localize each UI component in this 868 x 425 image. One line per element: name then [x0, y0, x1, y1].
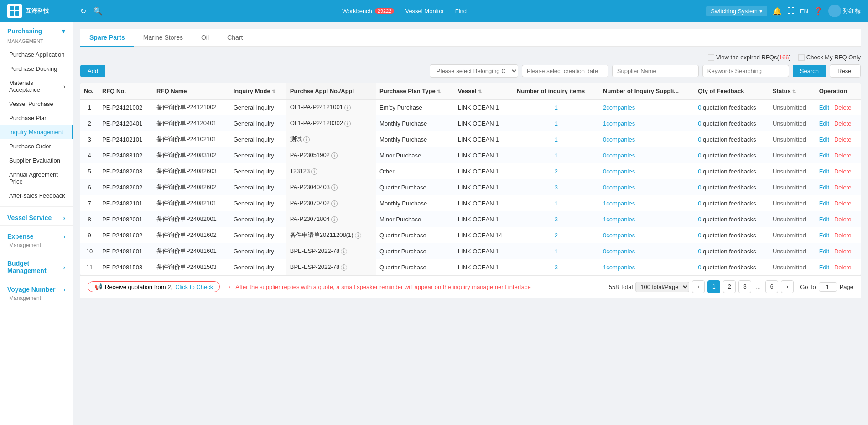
- edit-link[interactable]: Edit: [819, 136, 829, 143]
- info-icon[interactable]: ℹ: [311, 168, 317, 175]
- inquiry-suppli-link[interactable]: 0companies: [603, 232, 635, 239]
- fullscreen-icon[interactable]: ⛶: [787, 7, 795, 15]
- sidebar-expense-header[interactable]: Expense ›: [0, 227, 73, 242]
- inquiry-items-link[interactable]: 3: [555, 264, 558, 271]
- sidebar-voyage-header[interactable]: Voyage Number ›: [0, 280, 73, 295]
- belonging-select[interactable]: Please select Belonging C: [430, 64, 518, 78]
- lang-selector[interactable]: EN: [800, 8, 808, 15]
- edit-link[interactable]: Edit: [819, 200, 829, 207]
- info-icon[interactable]: ℹ: [344, 121, 351, 127]
- add-button[interactable]: Add: [80, 65, 105, 77]
- delete-link[interactable]: Delete: [834, 168, 852, 175]
- edit-link[interactable]: Edit: [819, 184, 829, 191]
- page-2-button[interactable]: 2: [723, 280, 736, 293]
- info-icon[interactable]: ℹ: [331, 216, 338, 223]
- tab-oil[interactable]: Oil: [192, 29, 218, 47]
- search-button[interactable]: Search: [793, 65, 826, 77]
- sidebar-item-after-sales-feedback[interactable]: After-sales Feedback: [0, 189, 73, 203]
- sidebar-item-purchase-docking[interactable]: Purchase Docking: [0, 62, 73, 76]
- sidebar-item-purchase-application[interactable]: Purchase Application: [0, 47, 73, 62]
- col-vessel[interactable]: Vessel ⇅: [454, 83, 513, 100]
- inquiry-items-link[interactable]: 1: [555, 152, 558, 159]
- sidebar-item-inquiry-management[interactable]: Inquiry Management: [0, 125, 73, 139]
- sidebar-budget-header[interactable]: Budget Management ›: [0, 254, 73, 276]
- delete-link[interactable]: Delete: [834, 104, 852, 111]
- delete-link[interactable]: Delete: [834, 120, 852, 127]
- view-expired-rfqs-checkbox-label[interactable]: View the expired RFQs(166): [708, 54, 791, 61]
- search-icon[interactable]: 🔍: [94, 7, 103, 16]
- info-icon[interactable]: ℹ: [331, 184, 338, 191]
- delete-link[interactable]: Delete: [834, 232, 852, 239]
- info-icon[interactable]: ℹ: [341, 264, 347, 271]
- creation-date-input[interactable]: [522, 65, 608, 77]
- help-icon[interactable]: ❓: [814, 7, 823, 16]
- inquiry-suppli-link[interactable]: 1companies: [603, 200, 635, 207]
- page-1-button[interactable]: 1: [707, 280, 720, 293]
- inquiry-suppli-link[interactable]: 0companies: [603, 152, 635, 159]
- workbench-link[interactable]: Workbench 29222: [342, 8, 394, 15]
- edit-link[interactable]: Edit: [819, 264, 829, 271]
- inquiry-suppli-link[interactable]: 0companies: [603, 168, 635, 175]
- sidebar-item-annual-agreement-price[interactable]: Annual Agreement Price: [0, 168, 73, 189]
- edit-link[interactable]: Edit: [819, 168, 829, 175]
- check-my-rfq-checkbox[interactable]: [798, 54, 805, 61]
- avatar[interactable]: 孙红梅: [828, 5, 861, 17]
- view-expired-checkbox[interactable]: [708, 54, 714, 61]
- inquiry-suppli-link[interactable]: 0companies: [603, 184, 635, 191]
- edit-link[interactable]: Edit: [819, 152, 829, 159]
- click-to-check-link[interactable]: Click to Check: [175, 283, 213, 290]
- info-icon[interactable]: ℹ: [341, 248, 347, 255]
- info-icon[interactable]: ℹ: [344, 105, 351, 111]
- sidebar-vessel-service-header[interactable]: Vessel Service ›: [0, 209, 73, 223]
- info-icon[interactable]: ℹ: [331, 200, 338, 207]
- refresh-icon[interactable]: ↻: [80, 7, 86, 16]
- sidebar-item-purchase-plan[interactable]: Purchase Plan: [0, 111, 73, 125]
- col-status[interactable]: Status ⇅: [769, 83, 816, 100]
- sidebar-item-purchase-order[interactable]: Purchase Order: [0, 139, 73, 153]
- tab-chart[interactable]: Chart: [218, 29, 252, 47]
- goto-input[interactable]: [819, 282, 837, 292]
- inquiry-items-link[interactable]: 2: [555, 168, 558, 175]
- tab-spare-parts[interactable]: Spare Parts: [80, 29, 134, 47]
- supplier-name-input[interactable]: [612, 65, 699, 77]
- info-icon[interactable]: ℹ: [303, 136, 310, 143]
- inquiry-items-link[interactable]: 1: [555, 120, 558, 127]
- inquiry-items-link[interactable]: 3: [555, 184, 558, 191]
- bell-icon[interactable]: 🔔: [773, 7, 782, 16]
- delete-link[interactable]: Delete: [834, 264, 852, 271]
- delete-link[interactable]: Delete: [834, 136, 852, 143]
- prev-page-button[interactable]: ‹: [692, 280, 705, 293]
- inquiry-items-link[interactable]: 3: [555, 216, 558, 223]
- inquiry-items-link[interactable]: 2: [555, 232, 558, 239]
- sidebar-item-materials-acceptance[interactable]: Materials Acceptance ›: [0, 76, 73, 97]
- edit-link[interactable]: Edit: [819, 120, 829, 127]
- edit-link[interactable]: Edit: [819, 248, 829, 255]
- delete-link[interactable]: Delete: [834, 248, 852, 255]
- delete-link[interactable]: Delete: [834, 152, 852, 159]
- edit-link[interactable]: Edit: [819, 104, 829, 111]
- page-6-button[interactable]: 6: [765, 280, 778, 293]
- find-link[interactable]: Find: [455, 8, 467, 15]
- tab-marine-stores[interactable]: Marine Stores: [134, 29, 192, 47]
- inquiry-suppli-link[interactable]: 1companies: [603, 216, 635, 223]
- reset-button[interactable]: Reset: [830, 64, 861, 78]
- check-my-rfq-checkbox-label[interactable]: Check My RFQ Only: [798, 54, 861, 61]
- col-inquiry-mode[interactable]: Inquiry Mode ⇅: [230, 83, 286, 100]
- info-icon[interactable]: ℹ: [355, 232, 361, 239]
- edit-link[interactable]: Edit: [819, 232, 829, 239]
- inquiry-items-link[interactable]: 1: [555, 104, 558, 111]
- inquiry-suppli-link[interactable]: 2companies: [603, 104, 635, 111]
- sidebar-purchasing-header[interactable]: Purchasing ▾: [0, 22, 73, 37]
- sidebar-item-vessel-purchase[interactable]: Vessel Purchase: [0, 97, 73, 111]
- delete-link[interactable]: Delete: [834, 200, 852, 207]
- edit-link[interactable]: Edit: [819, 216, 829, 223]
- inquiry-suppli-link[interactable]: 1companies: [603, 264, 635, 271]
- delete-link[interactable]: Delete: [834, 184, 852, 191]
- col-plan-type[interactable]: Purchase Plan Type ⇅: [376, 83, 454, 100]
- next-page-button[interactable]: ›: [781, 280, 794, 293]
- inquiry-items-link[interactable]: 1: [555, 136, 558, 143]
- info-icon[interactable]: ℹ: [331, 152, 338, 159]
- inquiry-suppli-link[interactable]: 0companies: [603, 248, 635, 255]
- inquiry-suppli-link[interactable]: 0companies: [603, 136, 635, 143]
- page-3-button[interactable]: 3: [738, 280, 751, 293]
